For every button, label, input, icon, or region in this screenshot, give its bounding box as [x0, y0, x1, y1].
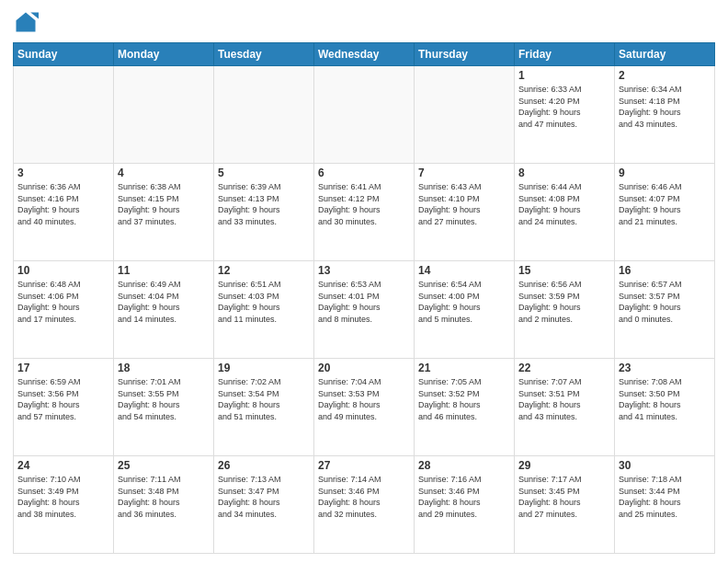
- day-number: 26: [218, 459, 310, 472]
- svg-marker-0: [17, 13, 36, 32]
- day-number: 18: [118, 362, 210, 374]
- day-info: Sunrise: 6:54 AM Sunset: 4:00 PM Dayligh…: [418, 279, 510, 325]
- day-info: Sunrise: 6:33 AM Sunset: 4:20 PM Dayligh…: [518, 84, 610, 130]
- day-number: 7: [418, 167, 510, 179]
- day-number: 5: [218, 167, 310, 179]
- calendar-cell: 1Sunrise: 6:33 AM Sunset: 4:20 PM Daylig…: [515, 66, 615, 164]
- day-number: 21: [418, 362, 510, 374]
- week-row-4: 24Sunrise: 7:10 AM Sunset: 3:49 PM Dayli…: [14, 456, 715, 554]
- weekday-header-row: SundayMondayTuesdayWednesdayThursdayFrid…: [14, 43, 715, 66]
- day-number: 10: [17, 264, 109, 277]
- day-number: 3: [17, 167, 109, 179]
- calendar-cell: 26Sunrise: 7:13 AM Sunset: 3:47 PM Dayli…: [214, 456, 314, 554]
- day-info: Sunrise: 7:02 AM Sunset: 3:54 PM Dayligh…: [218, 376, 310, 422]
- day-info: Sunrise: 6:57 AM Sunset: 3:57 PM Dayligh…: [619, 279, 711, 325]
- calendar-cell: 2Sunrise: 6:34 AM Sunset: 4:18 PM Daylig…: [615, 66, 715, 164]
- day-number: 6: [318, 167, 410, 179]
- day-number: 29: [518, 459, 610, 472]
- week-row-0: 1Sunrise: 6:33 AM Sunset: 4:20 PM Daylig…: [14, 66, 715, 164]
- calendar-cell: 4Sunrise: 6:38 AM Sunset: 4:15 PM Daylig…: [114, 164, 214, 261]
- calendar-cell: [214, 66, 314, 164]
- calendar-cell: 7Sunrise: 6:43 AM Sunset: 4:10 PM Daylig…: [415, 164, 515, 261]
- week-row-1: 3Sunrise: 6:36 AM Sunset: 4:16 PM Daylig…: [14, 164, 715, 261]
- calendar-cell: 21Sunrise: 7:05 AM Sunset: 3:52 PM Dayli…: [415, 359, 515, 456]
- calendar-cell: 14Sunrise: 6:54 AM Sunset: 4:00 PM Dayli…: [415, 261, 515, 359]
- day-number: 30: [619, 459, 711, 472]
- weekday-header-saturday: Saturday: [615, 43, 715, 66]
- day-info: Sunrise: 6:59 AM Sunset: 3:56 PM Dayligh…: [17, 376, 109, 422]
- day-info: Sunrise: 6:53 AM Sunset: 4:01 PM Dayligh…: [318, 279, 410, 325]
- calendar-cell: 22Sunrise: 7:07 AM Sunset: 3:51 PM Dayli…: [515, 359, 615, 456]
- day-info: Sunrise: 7:07 AM Sunset: 3:51 PM Dayligh…: [518, 376, 610, 422]
- calendar-cell: [14, 66, 114, 164]
- day-info: Sunrise: 7:04 AM Sunset: 3:53 PM Dayligh…: [318, 376, 410, 422]
- calendar-cell: 29Sunrise: 7:17 AM Sunset: 3:45 PM Dayli…: [515, 456, 615, 554]
- calendar-cell: 18Sunrise: 7:01 AM Sunset: 3:55 PM Dayli…: [114, 359, 214, 456]
- day-info: Sunrise: 6:51 AM Sunset: 4:03 PM Dayligh…: [218, 279, 310, 325]
- calendar-cell: 16Sunrise: 6:57 AM Sunset: 3:57 PM Dayli…: [615, 261, 715, 359]
- day-number: 8: [518, 167, 610, 179]
- calendar-cell: 12Sunrise: 6:51 AM Sunset: 4:03 PM Dayli…: [214, 261, 314, 359]
- calendar-cell: [314, 66, 415, 164]
- calendar-cell: [415, 66, 515, 164]
- day-info: Sunrise: 7:18 AM Sunset: 3:44 PM Dayligh…: [619, 474, 711, 520]
- weekday-header-wednesday: Wednesday: [314, 43, 415, 66]
- day-number: 13: [318, 264, 410, 277]
- calendar-cell: 5Sunrise: 6:39 AM Sunset: 4:13 PM Daylig…: [214, 164, 314, 261]
- calendar-cell: 30Sunrise: 7:18 AM Sunset: 3:44 PM Dayli…: [615, 456, 715, 554]
- day-info: Sunrise: 7:16 AM Sunset: 3:46 PM Dayligh…: [418, 474, 510, 520]
- calendar-cell: 25Sunrise: 7:11 AM Sunset: 3:48 PM Dayli…: [114, 456, 214, 554]
- day-info: Sunrise: 6:56 AM Sunset: 3:59 PM Dayligh…: [518, 279, 610, 325]
- day-info: Sunrise: 6:43 AM Sunset: 4:10 PM Dayligh…: [418, 181, 510, 227]
- calendar-cell: 9Sunrise: 6:46 AM Sunset: 4:07 PM Daylig…: [615, 164, 715, 261]
- day-number: 9: [619, 167, 711, 179]
- day-number: 24: [17, 459, 109, 472]
- day-number: 17: [17, 362, 109, 374]
- weekday-header-monday: Monday: [114, 43, 214, 66]
- day-info: Sunrise: 6:38 AM Sunset: 4:15 PM Dayligh…: [118, 181, 210, 227]
- day-number: 1: [518, 69, 610, 82]
- day-number: 12: [218, 264, 310, 277]
- day-info: Sunrise: 7:08 AM Sunset: 3:50 PM Dayligh…: [619, 376, 711, 422]
- logo-icon: [13, 9, 39, 35]
- calendar: SundayMondayTuesdayWednesdayThursdayFrid…: [13, 42, 715, 554]
- page: SundayMondayTuesdayWednesdayThursdayFrid…: [0, 0, 728, 563]
- day-info: Sunrise: 6:49 AM Sunset: 4:04 PM Dayligh…: [118, 279, 210, 325]
- day-info: Sunrise: 7:11 AM Sunset: 3:48 PM Dayligh…: [118, 474, 210, 520]
- weekday-header-tuesday: Tuesday: [214, 43, 314, 66]
- day-info: Sunrise: 6:46 AM Sunset: 4:07 PM Dayligh…: [619, 181, 711, 227]
- day-number: 20: [318, 362, 410, 374]
- calendar-cell: 8Sunrise: 6:44 AM Sunset: 4:08 PM Daylig…: [515, 164, 615, 261]
- calendar-cell: 3Sunrise: 6:36 AM Sunset: 4:16 PM Daylig…: [14, 164, 114, 261]
- calendar-cell: 23Sunrise: 7:08 AM Sunset: 3:50 PM Dayli…: [615, 359, 715, 456]
- calendar-cell: 10Sunrise: 6:48 AM Sunset: 4:06 PM Dayli…: [14, 261, 114, 359]
- day-number: 16: [619, 264, 711, 277]
- day-info: Sunrise: 7:10 AM Sunset: 3:49 PM Dayligh…: [17, 474, 109, 520]
- weekday-header-sunday: Sunday: [14, 43, 114, 66]
- day-number: 14: [418, 264, 510, 277]
- calendar-cell: 19Sunrise: 7:02 AM Sunset: 3:54 PM Dayli…: [214, 359, 314, 456]
- calendar-header: SundayMondayTuesdayWednesdayThursdayFrid…: [14, 43, 715, 66]
- day-number: 27: [318, 459, 410, 472]
- day-number: 22: [518, 362, 610, 374]
- day-info: Sunrise: 6:44 AM Sunset: 4:08 PM Dayligh…: [518, 181, 610, 227]
- calendar-cell: 6Sunrise: 6:41 AM Sunset: 4:12 PM Daylig…: [314, 164, 415, 261]
- weekday-header-friday: Friday: [515, 43, 615, 66]
- day-info: Sunrise: 6:36 AM Sunset: 4:16 PM Dayligh…: [17, 181, 109, 227]
- calendar-body: 1Sunrise: 6:33 AM Sunset: 4:20 PM Daylig…: [14, 66, 715, 554]
- week-row-2: 10Sunrise: 6:48 AM Sunset: 4:06 PM Dayli…: [14, 261, 715, 359]
- header: [13, 9, 715, 35]
- week-row-3: 17Sunrise: 6:59 AM Sunset: 3:56 PM Dayli…: [14, 359, 715, 456]
- calendar-cell: 28Sunrise: 7:16 AM Sunset: 3:46 PM Dayli…: [415, 456, 515, 554]
- day-number: 15: [518, 264, 610, 277]
- calendar-cell: 20Sunrise: 7:04 AM Sunset: 3:53 PM Dayli…: [314, 359, 415, 456]
- day-number: 2: [619, 69, 711, 82]
- day-info: Sunrise: 6:39 AM Sunset: 4:13 PM Dayligh…: [218, 181, 310, 227]
- calendar-cell: 17Sunrise: 6:59 AM Sunset: 3:56 PM Dayli…: [14, 359, 114, 456]
- day-number: 28: [418, 459, 510, 472]
- day-info: Sunrise: 7:05 AM Sunset: 3:52 PM Dayligh…: [418, 376, 510, 422]
- day-info: Sunrise: 7:01 AM Sunset: 3:55 PM Dayligh…: [118, 376, 210, 422]
- day-info: Sunrise: 7:13 AM Sunset: 3:47 PM Dayligh…: [218, 474, 310, 520]
- day-number: 23: [619, 362, 711, 374]
- day-info: Sunrise: 6:41 AM Sunset: 4:12 PM Dayligh…: [318, 181, 410, 227]
